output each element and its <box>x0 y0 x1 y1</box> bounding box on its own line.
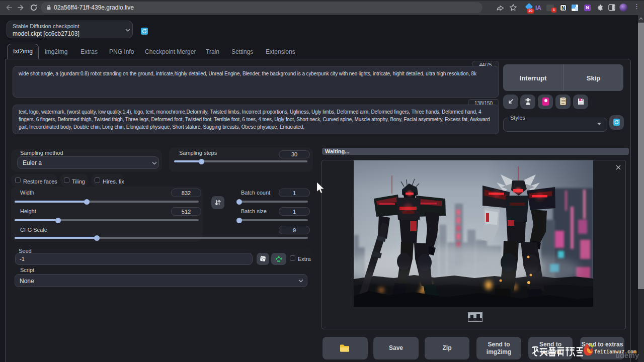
svg-text:udemy: udemy <box>615 351 639 359</box>
